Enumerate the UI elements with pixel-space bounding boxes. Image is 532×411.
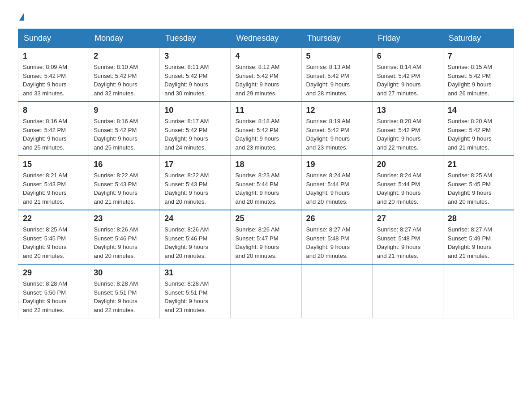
day-info: Sunrise: 8:15 AMSunset: 5:42 PMDaylight:…	[448, 63, 509, 98]
calendar-cell: 20Sunrise: 8:24 AMSunset: 5:44 PMDayligh…	[372, 156, 443, 210]
day-number: 26	[306, 214, 368, 223]
calendar-cell: 13Sunrise: 8:20 AMSunset: 5:42 PMDayligh…	[372, 102, 443, 156]
day-number: 22	[23, 214, 84, 223]
calendar-week-row: 8Sunrise: 8:16 AMSunset: 5:42 PMDaylight…	[18, 102, 514, 156]
day-info: Sunrise: 8:23 AMSunset: 5:44 PMDaylight:…	[235, 171, 296, 206]
day-number: 10	[164, 106, 226, 115]
calendar-cell: 24Sunrise: 8:26 AMSunset: 5:46 PMDayligh…	[160, 210, 231, 264]
day-number: 27	[377, 214, 438, 223]
day-info: Sunrise: 8:22 AMSunset: 5:43 PMDaylight:…	[94, 171, 155, 206]
calendar-cell: 5Sunrise: 8:13 AMSunset: 5:42 PMDaylight…	[301, 48, 372, 102]
calendar-cell: 3Sunrise: 8:11 AMSunset: 5:42 PMDaylight…	[160, 48, 231, 102]
day-number: 6	[377, 51, 438, 61]
day-info: Sunrise: 8:18 AMSunset: 5:42 PMDaylight:…	[235, 117, 296, 152]
weekday-header-thursday: Thursday	[301, 29, 372, 48]
day-info: Sunrise: 8:26 AMSunset: 5:46 PMDaylight:…	[164, 225, 226, 260]
day-info: Sunrise: 8:21 AMSunset: 5:43 PMDaylight:…	[23, 171, 84, 206]
day-info: Sunrise: 8:16 AMSunset: 5:42 PMDaylight:…	[23, 117, 84, 152]
day-info: Sunrise: 8:22 AMSunset: 5:43 PMDaylight:…	[164, 171, 226, 206]
weekday-header-saturday: Saturday	[443, 29, 514, 48]
day-number: 2	[94, 51, 155, 61]
day-number: 23	[94, 214, 155, 223]
weekday-header-wednesday: Wednesday	[231, 29, 301, 48]
day-number: 15	[23, 160, 84, 169]
calendar-cell: 6Sunrise: 8:14 AMSunset: 5:42 PMDaylight…	[372, 48, 443, 102]
weekday-header-monday: Monday	[89, 29, 160, 48]
calendar-week-row: 15Sunrise: 8:21 AMSunset: 5:43 PMDayligh…	[18, 156, 514, 210]
calendar-cell: 14Sunrise: 8:20 AMSunset: 5:42 PMDayligh…	[443, 102, 514, 156]
day-number: 19	[306, 160, 368, 169]
calendar-cell: 18Sunrise: 8:23 AMSunset: 5:44 PMDayligh…	[231, 156, 301, 210]
calendar-week-row: 29Sunrise: 8:28 AMSunset: 5:50 PMDayligh…	[18, 264, 514, 318]
day-number: 24	[164, 214, 226, 223]
calendar-cell	[443, 264, 514, 318]
calendar-cell: 21Sunrise: 8:25 AMSunset: 5:45 PMDayligh…	[443, 156, 514, 210]
calendar-cell: 31Sunrise: 8:28 AMSunset: 5:51 PMDayligh…	[160, 264, 231, 318]
day-number: 12	[306, 106, 368, 115]
calendar-cell: 25Sunrise: 8:26 AMSunset: 5:47 PMDayligh…	[231, 210, 301, 264]
day-info: Sunrise: 8:17 AMSunset: 5:42 PMDaylight:…	[164, 117, 226, 152]
day-number: 11	[235, 106, 296, 115]
calendar-cell	[372, 264, 443, 318]
day-info: Sunrise: 8:10 AMSunset: 5:42 PMDaylight:…	[94, 63, 155, 98]
day-number: 30	[94, 268, 155, 278]
calendar-cell: 10Sunrise: 8:17 AMSunset: 5:42 PMDayligh…	[160, 102, 231, 156]
day-info: Sunrise: 8:28 AMSunset: 5:51 PMDaylight:…	[164, 279, 226, 314]
calendar-cell: 30Sunrise: 8:28 AMSunset: 5:51 PMDayligh…	[89, 264, 160, 318]
day-info: Sunrise: 8:27 AMSunset: 5:48 PMDaylight:…	[306, 225, 368, 260]
weekday-header-friday: Friday	[372, 29, 443, 48]
calendar-table: SundayMondayTuesdayWednesdayThursdayFrid…	[18, 29, 514, 318]
day-info: Sunrise: 8:11 AMSunset: 5:42 PMDaylight:…	[164, 63, 226, 98]
calendar-cell: 26Sunrise: 8:27 AMSunset: 5:48 PMDayligh…	[301, 210, 372, 264]
day-info: Sunrise: 8:13 AMSunset: 5:42 PMDaylight:…	[306, 63, 368, 98]
day-number: 28	[448, 214, 509, 223]
calendar-cell: 7Sunrise: 8:15 AMSunset: 5:42 PMDaylight…	[443, 48, 514, 102]
day-number: 5	[306, 51, 368, 61]
calendar-cell: 28Sunrise: 8:27 AMSunset: 5:49 PMDayligh…	[443, 210, 514, 264]
day-info: Sunrise: 8:27 AMSunset: 5:49 PMDaylight:…	[448, 225, 509, 260]
day-info: Sunrise: 8:09 AMSunset: 5:42 PMDaylight:…	[23, 63, 84, 98]
page-header	[18, 13, 514, 21]
day-info: Sunrise: 8:28 AMSunset: 5:51 PMDaylight:…	[94, 279, 155, 314]
day-number: 8	[23, 106, 84, 115]
day-number: 17	[164, 160, 226, 169]
day-info: Sunrise: 8:26 AMSunset: 5:47 PMDaylight:…	[235, 225, 296, 260]
day-info: Sunrise: 8:27 AMSunset: 5:48 PMDaylight:…	[377, 225, 438, 260]
calendar-cell: 22Sunrise: 8:25 AMSunset: 5:45 PMDayligh…	[18, 210, 89, 264]
day-info: Sunrise: 8:20 AMSunset: 5:42 PMDaylight:…	[377, 117, 438, 152]
weekday-header-sunday: Sunday	[18, 29, 89, 48]
day-number: 25	[235, 214, 296, 223]
day-number: 4	[235, 51, 296, 61]
day-info: Sunrise: 8:14 AMSunset: 5:42 PMDaylight:…	[377, 63, 438, 98]
day-info: Sunrise: 8:24 AMSunset: 5:44 PMDaylight:…	[306, 171, 368, 206]
calendar-cell: 9Sunrise: 8:16 AMSunset: 5:42 PMDaylight…	[89, 102, 160, 156]
calendar-cell: 23Sunrise: 8:26 AMSunset: 5:46 PMDayligh…	[89, 210, 160, 264]
day-number: 16	[94, 160, 155, 169]
logo-triangle-icon	[19, 13, 24, 21]
calendar-cell: 8Sunrise: 8:16 AMSunset: 5:42 PMDaylight…	[18, 102, 89, 156]
day-number: 7	[448, 51, 509, 61]
weekday-header-tuesday: Tuesday	[160, 29, 231, 48]
calendar-cell: 15Sunrise: 8:21 AMSunset: 5:43 PMDayligh…	[18, 156, 89, 210]
day-number: 13	[377, 106, 438, 115]
calendar-cell: 29Sunrise: 8:28 AMSunset: 5:50 PMDayligh…	[18, 264, 89, 318]
calendar-week-row: 22Sunrise: 8:25 AMSunset: 5:45 PMDayligh…	[18, 210, 514, 264]
day-info: Sunrise: 8:12 AMSunset: 5:42 PMDaylight:…	[235, 63, 296, 98]
day-number: 20	[377, 160, 438, 169]
day-number: 14	[448, 106, 509, 115]
day-number: 18	[235, 160, 296, 169]
day-info: Sunrise: 8:25 AMSunset: 5:45 PMDaylight:…	[448, 171, 509, 206]
day-info: Sunrise: 8:28 AMSunset: 5:50 PMDaylight:…	[23, 279, 84, 314]
day-info: Sunrise: 8:26 AMSunset: 5:46 PMDaylight:…	[94, 225, 155, 260]
calendar-week-row: 1Sunrise: 8:09 AMSunset: 5:42 PMDaylight…	[18, 48, 514, 102]
calendar-cell: 16Sunrise: 8:22 AMSunset: 5:43 PMDayligh…	[89, 156, 160, 210]
calendar-cell: 2Sunrise: 8:10 AMSunset: 5:42 PMDaylight…	[89, 48, 160, 102]
calendar-cell: 4Sunrise: 8:12 AMSunset: 5:42 PMDaylight…	[231, 48, 301, 102]
calendar-cell	[301, 264, 372, 318]
day-number: 9	[94, 106, 155, 115]
calendar-cell: 19Sunrise: 8:24 AMSunset: 5:44 PMDayligh…	[301, 156, 372, 210]
calendar-cell: 12Sunrise: 8:19 AMSunset: 5:42 PMDayligh…	[301, 102, 372, 156]
day-info: Sunrise: 8:16 AMSunset: 5:42 PMDaylight:…	[94, 117, 155, 152]
calendar-cell: 27Sunrise: 8:27 AMSunset: 5:48 PMDayligh…	[372, 210, 443, 264]
calendar-cell: 11Sunrise: 8:18 AMSunset: 5:42 PMDayligh…	[231, 102, 301, 156]
